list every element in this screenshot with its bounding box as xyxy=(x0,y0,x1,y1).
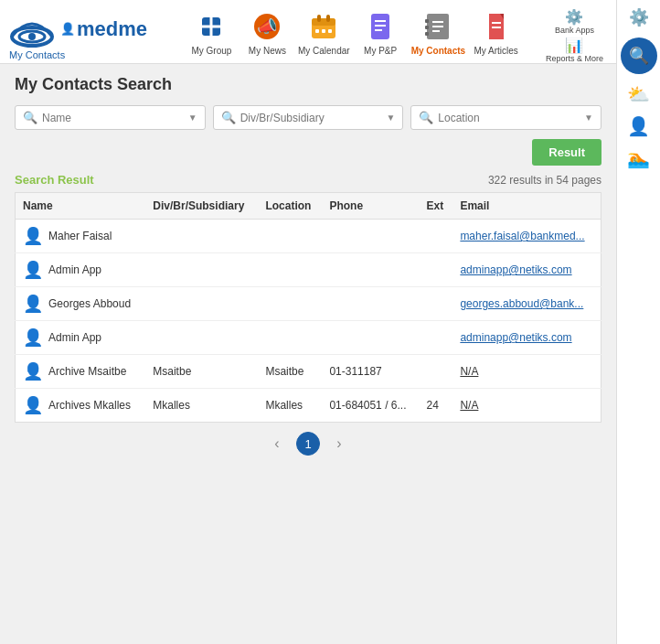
col-header-ext: Ext xyxy=(420,193,453,220)
sidebar-search-button[interactable]: 🔍 xyxy=(621,38,657,74)
col-header-name: Name xyxy=(16,193,146,220)
cell-email: maher.faisal@bankmed... xyxy=(452,220,601,253)
name-text[interactable]: Maher Faisal xyxy=(48,230,112,242)
na-link[interactable]: N/A xyxy=(460,365,478,378)
cell-div xyxy=(145,321,258,355)
result-button[interactable]: Result xyxy=(532,139,601,166)
logo-icon xyxy=(9,11,55,48)
div-input[interactable] xyxy=(240,112,382,124)
svg-rect-12 xyxy=(315,29,319,33)
name-search-field[interactable]: 🔍 ▼ xyxy=(15,105,206,130)
email-link[interactable]: georges.abboud@bank... xyxy=(460,297,583,310)
weather-icon: ⛅ xyxy=(627,83,650,105)
page-1-button[interactable]: 1 xyxy=(296,432,320,456)
location-dropdown-arrow[interactable]: ▼ xyxy=(584,113,593,123)
search-result-header: Search Result 322 results in 54 pages xyxy=(15,173,601,187)
name-text[interactable]: Admin App xyxy=(48,263,101,276)
sidebar-item-weather[interactable]: ⛅ xyxy=(618,80,660,110)
cell-ext xyxy=(420,253,453,287)
nav-item-my-pp[interactable]: My P&P xyxy=(356,9,406,56)
nav-label-my-articles: My Articles xyxy=(474,46,517,56)
right-sidebar: ⚙️ 🔍 ⛅ 👤 🏊 xyxy=(616,0,660,644)
svg-text:📣: 📣 xyxy=(257,16,278,37)
avatar-icon: 👤 xyxy=(23,226,43,246)
pagination: ‹ 1 › xyxy=(15,432,601,456)
breadcrumb[interactable]: My Contacts xyxy=(9,49,65,60)
svg-rect-11 xyxy=(326,15,330,22)
cell-ext xyxy=(420,355,453,389)
cell-div xyxy=(145,287,258,321)
nav-item-my-articles[interactable]: My Articles xyxy=(471,9,521,56)
sidebar-item-person[interactable]: 👤 xyxy=(618,112,660,142)
cell-phone xyxy=(322,220,419,253)
reports-label: Reports & More xyxy=(546,54,603,63)
div-search-field[interactable]: 🔍 ▼ xyxy=(213,105,404,130)
name-text[interactable]: Admin App xyxy=(48,331,101,344)
results-table: Name Div/Br/Subsidiary Location Phone Ex… xyxy=(15,192,601,423)
my-news-icon: 📣 xyxy=(250,9,284,44)
cell-name: 👤 Archive Msaitbe xyxy=(16,355,146,389)
email-link[interactable]: maher.faisal@bankmed... xyxy=(460,230,584,242)
avatar-icon: 👤 xyxy=(23,361,43,381)
my-pp-icon xyxy=(363,9,398,44)
cell-ext xyxy=(420,287,453,321)
name-dropdown-arrow[interactable]: ▼ xyxy=(188,113,197,123)
table-row[interactable]: 👤 Admin App adminapp@netiks.com xyxy=(16,253,601,287)
logo[interactable]: 👤 medme xyxy=(9,11,147,48)
page-title: My Contacts Search xyxy=(15,75,601,94)
location-input[interactable] xyxy=(438,112,580,124)
my-contacts-icon xyxy=(420,9,455,44)
svg-rect-14 xyxy=(328,29,332,33)
name-text[interactable]: Georges Abboud xyxy=(48,297,131,310)
header: 👤 medme My Contacts My Group 📣 My News xyxy=(0,0,660,64)
person-icon: 👤 xyxy=(627,115,650,137)
nav-label-my-pp: My P&P xyxy=(364,46,397,56)
cell-phone: 01-684051 / 6... xyxy=(322,389,419,423)
cell-location xyxy=(258,253,322,287)
nav-label-my-calendar: My Calendar xyxy=(298,46,350,56)
avatar-icon: 👤 xyxy=(23,294,43,314)
bank-apps-label: Bank Apps xyxy=(555,26,594,35)
sidebar-item-settings[interactable]: ⚙️ xyxy=(618,4,660,32)
cell-location: Msaitbe xyxy=(258,355,322,389)
col-header-location: Location xyxy=(258,193,322,220)
next-page-button[interactable]: › xyxy=(327,432,351,456)
nav-item-my-calendar[interactable]: My Calendar xyxy=(298,9,350,56)
avatar-icon: 👤 xyxy=(23,327,43,348)
table-row[interactable]: 👤 Georges Abboud georges.abboud@bank... xyxy=(16,287,601,321)
cell-name: 👤 Archives Mkalles xyxy=(16,389,146,423)
name-text[interactable]: Archive Msaitbe xyxy=(48,365,126,378)
table-row[interactable]: 👤 Maher Faisal maher.faisal@bankmed... xyxy=(16,220,601,253)
bank-apps-area[interactable]: ⚙️ Bank Apps xyxy=(555,8,594,35)
cell-email: N/A xyxy=(452,355,601,389)
nav-label-my-group: My Group xyxy=(191,46,231,56)
cell-phone xyxy=(322,287,419,321)
na-link[interactable]: N/A xyxy=(460,399,478,412)
logo-area: 👤 medme My Contacts xyxy=(9,11,147,60)
name-text[interactable]: Archives Mkalles xyxy=(48,399,131,412)
table-row[interactable]: 👤 Archive Msaitbe Msaitbe Msaitbe 01-311… xyxy=(16,355,601,389)
svg-rect-22 xyxy=(425,32,429,36)
cell-email: georges.abboud@bank... xyxy=(452,287,601,321)
email-link[interactable]: adminapp@netiks.com xyxy=(460,331,571,344)
my-group-icon xyxy=(194,9,229,44)
table-row[interactable]: 👤 Admin App adminapp@netiks.com xyxy=(16,321,601,355)
prev-page-button[interactable]: ‹ xyxy=(265,432,289,456)
cell-location xyxy=(258,321,322,355)
location-search-field[interactable]: 🔍 ▼ xyxy=(410,105,601,130)
nav-item-my-news[interactable]: 📣 My News xyxy=(242,9,293,56)
svg-rect-10 xyxy=(317,15,321,22)
sidebar-item-activity[interactable]: 🏊 xyxy=(618,144,660,174)
nav-item-my-contacts[interactable]: My Contacts xyxy=(411,9,465,56)
email-link[interactable]: adminapp@netiks.com xyxy=(460,263,571,276)
cell-div xyxy=(145,253,258,287)
cell-phone xyxy=(322,321,419,355)
nav-item-my-group[interactable]: My Group xyxy=(186,9,237,56)
table-header-row: Name Div/Br/Subsidiary Location Phone Ex… xyxy=(16,193,601,220)
div-dropdown-arrow[interactable]: ▼ xyxy=(386,113,395,123)
name-input[interactable] xyxy=(42,112,184,124)
col-header-phone: Phone xyxy=(322,193,419,220)
reports-area[interactable]: 📊 Reports & More xyxy=(546,37,603,63)
table-row[interactable]: 👤 Archives Mkalles Mkalles Mkalles 01-68… xyxy=(16,389,601,423)
cell-ext xyxy=(420,321,453,355)
